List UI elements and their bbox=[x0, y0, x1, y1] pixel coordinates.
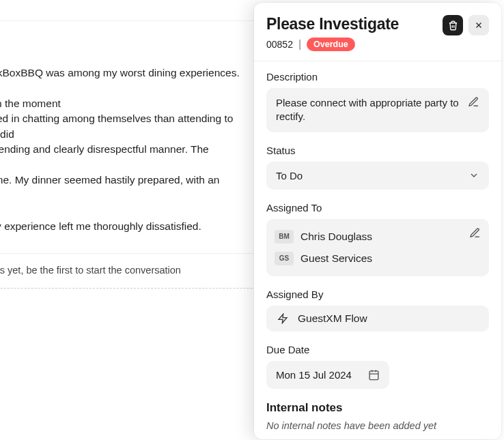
assignee-row: GS Guest Services bbox=[275, 248, 481, 269]
description-section: Description Please connect with appropri… bbox=[266, 71, 489, 132]
review-header: Gripe 1 ★ bbox=[0, 29, 260, 43]
assignee-name: Guest Services bbox=[300, 252, 372, 265]
calendar-icon bbox=[368, 369, 380, 381]
assigned-to-label: Assigned To bbox=[266, 202, 489, 214]
internal-notes-empty: No internal notes have been added yet bbox=[266, 420, 489, 431]
due-date-field[interactable]: Mon 15 Jul 2024 bbox=[266, 361, 389, 389]
internal-notes-title: Internal notes bbox=[266, 401, 489, 415]
assigned-by-field: GuestXM Flow bbox=[266, 306, 489, 332]
edit-description-button[interactable] bbox=[468, 96, 479, 110]
description-text: Please connect with appropriate party to… bbox=[276, 96, 461, 124]
assignee-name: Chris Douglass bbox=[300, 231, 372, 243]
review-timestamp: 24 20:52 bbox=[0, 46, 260, 56]
svg-rect-3 bbox=[369, 370, 378, 379]
task-detail-panel: Please Investigate 00852 | Overdue Descr… bbox=[254, 3, 501, 439]
no-comments-text: ere are no comments yet, be the first to… bbox=[0, 265, 260, 276]
panel-meta: 00852 | Overdue bbox=[266, 38, 399, 51]
edit-assigned-button[interactable] bbox=[469, 227, 481, 241]
background-review: Gripe 1 ★ 24 20:52 recent visit to Black… bbox=[0, 0, 260, 289]
panel-title-wrap: Please Investigate 00852 | Overdue bbox=[266, 15, 399, 51]
separator: | bbox=[298, 38, 301, 50]
svg-marker-2 bbox=[279, 314, 287, 323]
status-section: Status To Do bbox=[266, 145, 489, 190]
assigned-by-label: Assigned By bbox=[266, 289, 489, 300]
assigned-by-name: GuestXM Flow bbox=[298, 312, 367, 325]
status-select[interactable]: To Do bbox=[266, 162, 489, 190]
assignee-initials: BM bbox=[275, 230, 294, 244]
due-date-section: Due Date Mon 15 Jul 2024 bbox=[266, 344, 489, 389]
review-body: recent visit to BlackBoxBBQ was among my… bbox=[0, 65, 260, 234]
chevron-down-icon bbox=[468, 170, 479, 181]
overdue-badge: Overdue bbox=[307, 38, 355, 51]
lightning-icon bbox=[277, 313, 288, 324]
panel-title: Please Investigate bbox=[266, 15, 399, 33]
close-button[interactable] bbox=[468, 15, 489, 35]
assigned-to-section: Assigned To BM Chris Douglass GS Guest S… bbox=[266, 202, 489, 276]
close-icon bbox=[474, 20, 484, 30]
due-date-label: Due Date bbox=[266, 344, 489, 355]
panel-header: Please Investigate 00852 | Overdue bbox=[266, 15, 489, 51]
pencil-icon bbox=[469, 227, 481, 239]
case-id: 00852 bbox=[266, 39, 293, 50]
description-field[interactable]: Please connect with appropriate party to… bbox=[266, 88, 489, 132]
assigned-to-field[interactable]: BM Chris Douglass GS Guest Services bbox=[266, 219, 489, 276]
due-date-value: Mon 15 Jul 2024 bbox=[276, 369, 352, 381]
flow-icon bbox=[275, 313, 291, 324]
assigned-by-section: Assigned By GuestXM Flow bbox=[266, 289, 489, 332]
divider bbox=[254, 61, 501, 61]
assignee-row: BM Chris Douglass bbox=[275, 226, 481, 248]
assignee-initials: GS bbox=[275, 252, 294, 265]
panel-actions bbox=[443, 15, 489, 35]
trash-icon bbox=[448, 20, 458, 31]
description-label: Description bbox=[266, 71, 489, 83]
status-label: Status bbox=[266, 145, 489, 156]
pencil-icon bbox=[468, 96, 479, 108]
delete-button[interactable] bbox=[443, 15, 463, 35]
status-value: To Do bbox=[276, 170, 303, 181]
